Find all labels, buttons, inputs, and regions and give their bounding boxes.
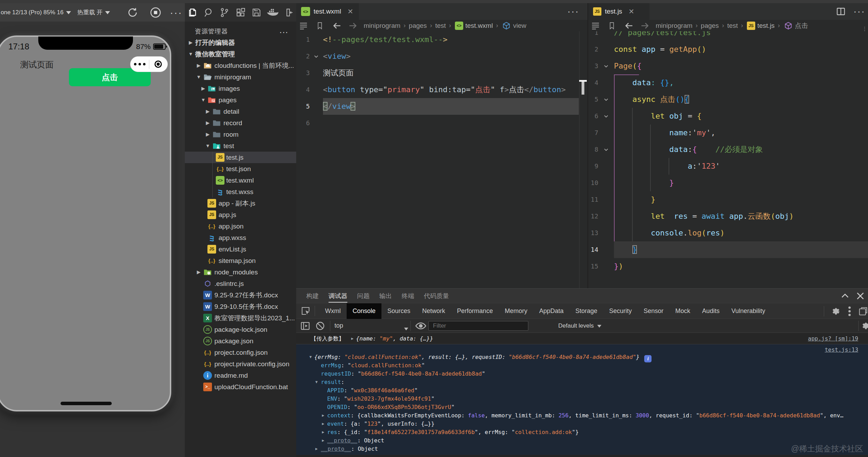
nav-back-icon[interactable] [332,21,342,31]
tree-item-package-lock.json[interactable]: JSpackage-lock.json [185,324,296,335]
refresh-button[interactable] [126,3,139,22]
breadcrumb-item[interactable]: pages [701,22,719,30]
save-icon[interactable] [248,3,265,22]
devtools-tab-network[interactable]: Network [416,303,451,319]
dock-side-icon[interactable] [858,306,868,316]
device-selector-dropdown[interactable]: one 12/13 (Pro) 85% 16 [1,3,71,22]
capsule-more-icon[interactable] [131,63,149,65]
tree-item-.eslintrc.js[interactable]: ⬡.eslintrc.js [185,278,296,289]
outline-list-icon[interactable] [590,21,601,31]
source-control-icon[interactable] [216,3,232,22]
tree-item-images[interactable]: ▶images [185,83,296,94]
breadcrumb-item[interactable]: test.js [757,22,775,30]
editor-divider[interactable] [587,3,588,288]
tree-item-9.29-10.5-.docx[interactable]: W9.29-10.5任务书.docx [185,301,296,312]
tree-item-test.json[interactable]: {..}test.json [185,163,296,175]
tree-item-project.config.json[interactable]: {..}project.config.json [185,347,296,358]
tree-item-row-0[interactable]: ▶打开的编辑器 [185,37,296,48]
tree-item-cloudfunctions-...[interactable]: ▶cloudfunctions | 当前环境... [185,60,296,71]
split-panel-icon[interactable] [280,3,296,22]
tree-item-miniprogram[interactable]: ▼miniprogram [185,71,296,83]
expand-twisty-icon[interactable]: ▶ [205,106,211,117]
breadcrumb-item[interactable]: test [435,22,446,30]
eye-icon[interactable] [415,320,427,332]
breadcrumb-item[interactable]: pages [409,22,427,30]
devtools-tab-security[interactable]: Security [603,303,638,319]
tree-item-uploadcloudfunction.bat[interactable]: >_uploadCloudFunction.bat [185,381,296,393]
tree-item-record[interactable]: ▶record [185,117,296,129]
hot-reload-dropdown[interactable]: 热重载 开 [77,3,110,22]
breadcrumb-item[interactable]: miniprogram [364,22,401,30]
expand-twisty-icon[interactable]: ▶ [200,83,206,94]
devtools-more-icon[interactable] [848,306,851,316]
wechat-capsule[interactable] [130,56,168,72]
panel-tab-problems[interactable]: 问题 [357,289,370,303]
expand-twisty-icon[interactable]: ▶ [188,37,194,48]
fold-chevron-icon[interactable] [603,141,609,158]
tree-item-detail[interactable]: ▶detail [185,106,296,117]
tree-item-test.wxss[interactable]: ᴟtest.wxss [185,186,296,198]
tree-item-room[interactable]: ▶room [185,129,296,140]
collapse-twisty-icon[interactable]: ▼ [196,71,202,83]
devtools-tab-wxml[interactable]: Wxml [319,303,347,319]
extensions-icon[interactable] [232,3,248,22]
capsule-record-icon[interactable] [149,61,167,68]
tab-close-icon[interactable]: ✕ [629,7,634,16]
expand-triangle-icon[interactable]: ▶ [315,445,318,453]
close-panel-icon[interactable] [855,291,866,301]
expand-twisty-icon[interactable]: ▶ [205,117,211,129]
breadcrumb-item[interactable]: test [727,22,738,30]
console-sidebar-icon[interactable] [300,321,310,331]
scrollbar-track[interactable] [579,31,579,288]
simulator-more-button[interactable]: ··· [169,3,183,22]
devtools-tab-memory[interactable]: Memory [499,303,533,319]
docker-icon[interactable] [265,3,281,22]
devtools-tab-sources[interactable]: Sources [381,303,416,319]
tree-item-readme.md[interactable]: ireadme.md [185,370,296,381]
fold-chevron-icon[interactable] [313,48,319,65]
devtools-tab-vulnerability[interactable]: Vulnerability [725,303,771,319]
source-link[interactable]: app.js? [sm]:19 [808,333,859,344]
tab-test-js[interactable]: JS test.js ✕ [588,3,649,20]
tree-item-app.json[interactable]: {..}app.json [185,221,296,232]
fold-chevron-icon[interactable] [603,108,609,125]
tree-item-package.json[interactable]: JSpackage.json [185,335,296,347]
console-settings-gear-icon[interactable] [861,321,868,331]
panel-tab-code-quality[interactable]: 代码质量 [424,289,449,303]
tab-test-wxml[interactable]: <> test.wxml ✕ [296,3,359,20]
tree-item-9.25-9.27-.docx[interactable]: W9.25-9.27任务书.docx [185,289,296,301]
collapse-panel-icon[interactable] [840,291,850,301]
tab-close-icon[interactable]: ✕ [347,7,353,16]
nav-back-icon[interactable] [624,21,634,31]
inspect-element-icon[interactable] [296,306,315,316]
breadcrumb-item[interactable]: miniprogram [656,22,693,30]
filter-input[interactable] [428,321,528,331]
outline-list-icon[interactable] [298,21,309,31]
tree-item-test.js[interactable]: JStest.js [185,152,296,163]
expand-triangle-icon[interactable]: ▶ [322,436,324,445]
panel-tab-debugger[interactable]: 调试器 [329,289,347,303]
nav-forward-icon[interactable] [640,21,650,31]
record-button[interactable] [149,3,162,22]
panel-tab-terminal[interactable]: 终端 [402,289,414,303]
breadcrumb-item[interactable]: test.wxml [465,22,493,30]
editor-actions-more[interactable]: ··· [567,6,579,17]
panel-tab-build[interactable]: 构建 [306,289,319,303]
collapse-twisty-icon[interactable]: ▼ [188,48,194,60]
collapse-triangle-icon[interactable]: ▼ [315,378,318,386]
devtools-tab-performance[interactable]: Performance [451,303,499,319]
tree-item-test[interactable]: ▼test [185,140,296,152]
breadcrumb-item[interactable]: view [513,22,526,30]
split-editor-icon[interactable] [836,7,846,16]
tree-item-app.wxss[interactable]: ᴟapp.wxss [185,232,296,243]
expand-triangle-icon[interactable]: ▶ [322,411,324,420]
bookmark-icon[interactable] [608,22,616,30]
settings-gear-icon[interactable] [831,306,841,316]
tree-item-node_modules[interactable]: ▶node_modules [185,266,296,278]
clear-console-icon[interactable] [315,321,325,331]
expand-triangle-icon[interactable]: ▶ [351,333,354,344]
devtools-tab-appdata[interactable]: AppData [533,303,569,319]
devtools-tab-mock[interactable]: Mock [669,303,696,319]
tree-item-envlist.js[interactable]: JSenvList.js [185,243,296,255]
code-editor-wxml[interactable]: 1<!--pages/test/test.wxml-->2<view>3测试页面… [296,31,587,288]
